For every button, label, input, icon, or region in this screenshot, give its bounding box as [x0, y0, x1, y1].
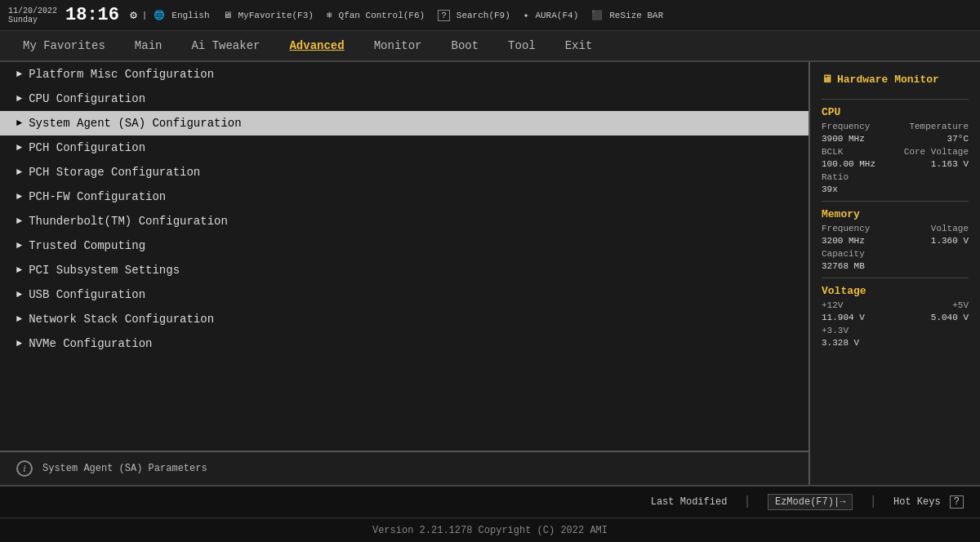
memory-capacity-label: Capacity [822, 249, 865, 259]
memory-capacity-value: 32768 MB [822, 261, 865, 271]
cpu-core-voltage-value: 1.163 V [931, 159, 969, 169]
memory-capacity-value-row: 32768 MB [822, 261, 969, 271]
divider-2: | [869, 495, 877, 509]
cpu-frequency-value-row: 3900 MHz 37°C [822, 134, 969, 144]
menu-list: ► Platform Misc Configuration ► CPU Conf… [0, 62, 808, 451]
tab-boot[interactable]: Boot [436, 34, 493, 57]
memory-section-title: Memory [822, 208, 969, 220]
hotkeys-icon: ? [950, 495, 964, 509]
qfan-btn[interactable]: Qfan Control(F6) [339, 11, 425, 20]
bottom-bar: Last Modified | EzMode(F7)|→ | Hot Keys … [0, 485, 980, 518]
last-modified-btn[interactable]: Last Modified [651, 496, 728, 508]
cpu-frequency-label: Frequency [822, 122, 870, 131]
voltage-section-title: Voltage [822, 285, 969, 297]
cpu-temperature-value: 37°C [947, 134, 969, 144]
menu-item-nvme[interactable]: ► NVMe Configuration [0, 331, 808, 356]
nav-bar: My Favorites Main Ai Tweaker Advanced Mo… [0, 31, 980, 62]
memory-frequency-label: Frequency [822, 224, 870, 233]
tab-main[interactable]: Main [120, 34, 177, 57]
cpu-section-title: CPU [822, 106, 969, 118]
main-layout: ► Platform Misc Configuration ► CPU Conf… [0, 62, 980, 485]
hardware-monitor-panel: 🖥 Hardware Monitor CPU Frequency Tempera… [808, 62, 980, 485]
cpu-ratio-label: Ratio [822, 172, 849, 182]
cpu-ratio-value-row: 39x [822, 184, 969, 194]
tab-tool[interactable]: Tool [493, 34, 550, 57]
memory-frequency-row: Frequency Voltage [822, 224, 969, 233]
version-text: Version 2.21.1278 Copyright (C) 2022 AMI [372, 525, 608, 536]
left-column: ► Platform Misc Configuration ► CPU Conf… [0, 62, 808, 485]
menu-item-system-agent[interactable]: ► System Agent (SA) Configuration [0, 111, 808, 136]
search-btn[interactable]: Search(F9) [457, 11, 510, 20]
v5-label: +5V [952, 300, 969, 310]
cpu-frequency-row: Frequency Temperature [822, 122, 969, 131]
info-bar: i System Agent (SA) Parameters [0, 451, 808, 485]
cpu-ratio-row: Ratio [822, 172, 969, 182]
voltage-33v-row: +3.3V [822, 326, 969, 335]
memory-voltage-value: 1.360 V [931, 236, 969, 246]
memory-capacity-row: Capacity [822, 249, 969, 259]
aura-btn[interactable]: AURA(F4) [535, 11, 578, 20]
search-icon: ? [438, 10, 450, 21]
tab-exit[interactable]: Exit [550, 34, 608, 57]
memory-frequency-value-row: 3200 MHz 1.360 V [822, 236, 969, 246]
cpu-frequency-value: 3900 MHz [822, 134, 865, 144]
cpu-bclk-row: BCLK Core Voltage [822, 147, 969, 157]
menu-item-network-stack[interactable]: ► Network Stack Configuration [0, 307, 808, 331]
cpu-ratio-value: 39x [822, 184, 838, 194]
version-bar: Version 2.21.1278 Copyright (C) 2022 AMI [0, 518, 980, 542]
voltage-33v-value-row: 3.328 V [822, 338, 969, 348]
tab-advanced[interactable]: Advanced [274, 34, 359, 57]
hw-divider-2 [822, 201, 969, 202]
menu-item-pch-storage[interactable]: ► PCH Storage Configuration [0, 160, 808, 184]
menu-item-thunderbolt[interactable]: ► Thunderbolt(TM) Configuration [0, 209, 808, 233]
toolbar-icons: | 🌐 English 🖥 MyFavorite(F3) ❄ Qfan Cont… [142, 10, 972, 21]
menu-item-usb-config[interactable]: ► USB Configuration [0, 282, 808, 307]
arrow-icon: ► [16, 240, 22, 251]
cpu-temperature-label: Temperature [909, 122, 969, 131]
info-text: System Agent (SA) Parameters [42, 463, 207, 474]
memory-voltage-label: Voltage [931, 224, 969, 233]
time-display: 18:16 ⚙ [65, 5, 137, 25]
cpu-bclk-value-row: 100.00 MHz 1.163 V [822, 159, 969, 169]
resize-icon: ⬛ [591, 10, 603, 20]
hw-monitor-title: 🖥 Hardware Monitor [822, 70, 969, 92]
cpu-bclk-value: 100.00 MHz [822, 159, 875, 169]
cpu-bclk-label: BCLK [822, 147, 843, 157]
myfavorite-btn[interactable]: MyFavorite(F3) [238, 11, 314, 20]
v33-value: 3.328 V [822, 338, 859, 348]
menu-item-pch-config[interactable]: ► PCH Configuration [0, 136, 808, 160]
tab-monitor[interactable]: Monitor [359, 34, 437, 57]
arrow-icon: ► [16, 264, 22, 276]
date-time-block: 11/20/2022 Sunday [8, 7, 57, 24]
info-icon: i [16, 460, 33, 477]
hw-divider-3 [822, 278, 969, 278]
ezmode-btn[interactable]: EzMode(F7)|→ [768, 494, 853, 510]
language-label[interactable]: English [172, 11, 209, 20]
v33-label: +3.3V [822, 326, 849, 335]
fan-icon: ❄ [327, 10, 332, 20]
menu-item-pch-fw[interactable]: ► PCH-FW Configuration [0, 184, 808, 209]
arrow-icon: ► [16, 118, 22, 129]
settings-icon[interactable]: ⚙ [130, 9, 136, 22]
day-label: Sunday [8, 16, 57, 24]
language-icon: | [142, 11, 148, 20]
menu-item-cpu-config[interactable]: ► CPU Configuration [0, 87, 808, 111]
hotkeys-btn[interactable]: Hot Keys ? [893, 496, 964, 508]
voltage-12v-row: +12V +5V [822, 300, 969, 310]
arrow-icon: ► [16, 167, 22, 178]
hw-monitor-icon: 🖥 [822, 73, 832, 86]
arrow-icon: ► [16, 93, 22, 104]
resize-btn[interactable]: ReSize BAR [609, 11, 663, 20]
tab-ai-tweaker[interactable]: Ai Tweaker [176, 34, 274, 57]
memory-frequency-value: 3200 MHz [822, 236, 865, 246]
menu-item-trusted-computing[interactable]: ► Trusted Computing [0, 233, 808, 258]
v12-label: +12V [822, 300, 843, 310]
arrow-icon: ► [16, 338, 22, 349]
menu-item-pci-subsystem[interactable]: ► PCI Subsystem Settings [0, 258, 808, 282]
arrow-icon: ► [16, 191, 22, 202]
arrow-icon: ► [16, 289, 22, 300]
menu-item-platform-misc[interactable]: ► Platform Misc Configuration [0, 62, 808, 87]
monitor-icon: 🖥 [223, 10, 232, 20]
tab-my-favorites[interactable]: My Favorites [8, 34, 120, 57]
arrow-icon: ► [16, 142, 22, 153]
